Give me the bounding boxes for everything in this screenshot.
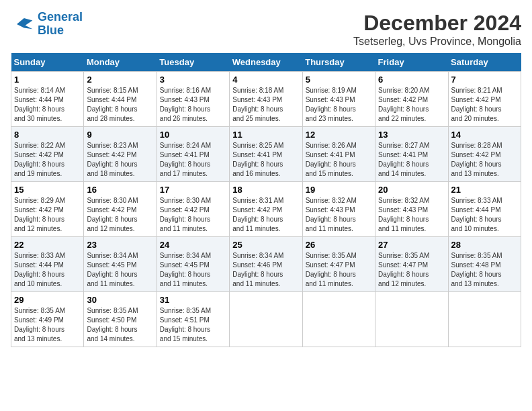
calendar-body: 1Sunrise: 8:14 AM Sunset: 4:44 PM Daylig… xyxy=(11,72,521,347)
calendar-cell: 22Sunrise: 8:33 AM Sunset: 4:44 PM Dayli… xyxy=(11,237,84,292)
day-info: Sunrise: 8:35 AM Sunset: 4:48 PM Dayligh… xyxy=(451,251,518,289)
logo: General Blue xyxy=(11,11,83,38)
calendar-cell: 9Sunrise: 8:23 AM Sunset: 4:42 PM Daylig… xyxy=(84,127,157,182)
day-info: Sunrise: 8:35 AM Sunset: 4:51 PM Dayligh… xyxy=(160,306,226,344)
day-number: 12 xyxy=(306,130,372,140)
day-number: 31 xyxy=(160,295,226,305)
day-info: Sunrise: 8:30 AM Sunset: 4:42 PM Dayligh… xyxy=(87,196,153,234)
day-number: 13 xyxy=(378,130,445,140)
week-row-2: 8Sunrise: 8:22 AM Sunset: 4:42 PM Daylig… xyxy=(11,127,521,182)
calendar-cell: 11Sunrise: 8:25 AM Sunset: 4:41 PM Dayli… xyxy=(230,127,302,182)
day-info: Sunrise: 8:35 AM Sunset: 4:50 PM Dayligh… xyxy=(87,306,153,344)
day-number: 5 xyxy=(306,75,372,85)
day-info: Sunrise: 8:32 AM Sunset: 4:43 PM Dayligh… xyxy=(378,196,445,234)
day-info: Sunrise: 8:18 AM Sunset: 4:43 PM Dayligh… xyxy=(232,86,299,124)
day-number: 28 xyxy=(451,240,518,250)
header-row: SundayMondayTuesdayWednesdayThursdayFrid… xyxy=(11,53,521,72)
day-number: 23 xyxy=(87,240,153,250)
calendar-cell: 8Sunrise: 8:22 AM Sunset: 4:42 PM Daylig… xyxy=(11,127,84,182)
week-row-3: 15Sunrise: 8:29 AM Sunset: 4:42 PM Dayli… xyxy=(11,182,521,237)
day-number: 25 xyxy=(232,240,299,250)
page-title: December 2024 xyxy=(353,11,521,36)
header-wednesday: Wednesday xyxy=(230,53,302,72)
day-number: 1 xyxy=(14,75,81,85)
day-info: Sunrise: 8:34 AM Sunset: 4:45 PM Dayligh… xyxy=(87,251,153,289)
day-number: 30 xyxy=(87,295,153,305)
day-number: 20 xyxy=(378,185,445,195)
header-monday: Monday xyxy=(84,53,157,72)
week-row-1: 1Sunrise: 8:14 AM Sunset: 4:44 PM Daylig… xyxy=(11,72,521,127)
calendar-cell: 6Sunrise: 8:20 AM Sunset: 4:42 PM Daylig… xyxy=(375,72,448,127)
calendar-cell: 15Sunrise: 8:29 AM Sunset: 4:42 PM Dayli… xyxy=(11,182,84,237)
calendar-cell: 5Sunrise: 8:19 AM Sunset: 4:43 PM Daylig… xyxy=(302,72,375,127)
day-number: 10 xyxy=(160,130,226,140)
day-info: Sunrise: 8:22 AM Sunset: 4:42 PM Dayligh… xyxy=(14,141,81,179)
day-number: 6 xyxy=(378,75,445,85)
page-subtitle: Tsetserleg, Uvs Province, Mongolia xyxy=(353,36,521,48)
header-tuesday: Tuesday xyxy=(157,53,229,72)
week-row-4: 22Sunrise: 8:33 AM Sunset: 4:44 PM Dayli… xyxy=(11,237,521,292)
day-info: Sunrise: 8:31 AM Sunset: 4:42 PM Dayligh… xyxy=(232,196,299,234)
header-friday: Friday xyxy=(375,53,448,72)
day-number: 19 xyxy=(306,185,372,195)
day-info: Sunrise: 8:14 AM Sunset: 4:44 PM Dayligh… xyxy=(14,86,81,124)
day-number: 16 xyxy=(87,185,153,195)
day-number: 8 xyxy=(14,130,81,140)
calendar-cell: 18Sunrise: 8:31 AM Sunset: 4:42 PM Dayli… xyxy=(230,182,302,237)
logo-line1: General xyxy=(38,10,83,24)
day-info: Sunrise: 8:23 AM Sunset: 4:42 PM Dayligh… xyxy=(87,141,153,179)
day-info: Sunrise: 8:35 AM Sunset: 4:47 PM Dayligh… xyxy=(306,251,372,289)
day-number: 29 xyxy=(14,295,81,305)
calendar-cell: 3Sunrise: 8:16 AM Sunset: 4:43 PM Daylig… xyxy=(157,72,229,127)
calendar-table: SundayMondayTuesdayWednesdayThursdayFrid… xyxy=(11,53,521,347)
calendar-cell: 31Sunrise: 8:35 AM Sunset: 4:51 PM Dayli… xyxy=(157,292,229,347)
calendar-cell: 27Sunrise: 8:35 AM Sunset: 4:47 PM Dayli… xyxy=(375,237,448,292)
day-info: Sunrise: 8:35 AM Sunset: 4:49 PM Dayligh… xyxy=(14,306,81,344)
day-info: Sunrise: 8:33 AM Sunset: 4:44 PM Dayligh… xyxy=(14,251,81,289)
calendar-cell: 4Sunrise: 8:18 AM Sunset: 4:43 PM Daylig… xyxy=(230,72,302,127)
calendar-header: SundayMondayTuesdayWednesdayThursdayFrid… xyxy=(11,53,521,72)
calendar-cell: 24Sunrise: 8:34 AM Sunset: 4:45 PM Dayli… xyxy=(157,237,229,292)
day-info: Sunrise: 8:34 AM Sunset: 4:45 PM Dayligh… xyxy=(160,251,226,289)
logo-line2: Blue xyxy=(38,24,64,37)
header: General Blue December 2024 Tsetserleg, U… xyxy=(11,11,521,48)
day-info: Sunrise: 8:32 AM Sunset: 4:43 PM Dayligh… xyxy=(306,196,372,234)
calendar-cell: 29Sunrise: 8:35 AM Sunset: 4:49 PM Dayli… xyxy=(11,292,84,347)
svg-marker-0 xyxy=(17,18,32,29)
calendar-cell: 25Sunrise: 8:34 AM Sunset: 4:46 PM Dayli… xyxy=(230,237,302,292)
logo-icon xyxy=(11,12,35,36)
calendar-cell: 17Sunrise: 8:30 AM Sunset: 4:42 PM Dayli… xyxy=(157,182,229,237)
day-number: 26 xyxy=(306,240,372,250)
day-info: Sunrise: 8:29 AM Sunset: 4:42 PM Dayligh… xyxy=(14,196,81,234)
calendar-cell: 21Sunrise: 8:33 AM Sunset: 4:44 PM Dayli… xyxy=(448,182,521,237)
calendar-cell xyxy=(448,292,521,347)
day-number: 7 xyxy=(451,75,518,85)
day-number: 2 xyxy=(87,75,153,85)
day-info: Sunrise: 8:26 AM Sunset: 4:41 PM Dayligh… xyxy=(306,141,372,179)
calendar-cell: 23Sunrise: 8:34 AM Sunset: 4:45 PM Dayli… xyxy=(84,237,157,292)
calendar-cell xyxy=(375,292,448,347)
day-info: Sunrise: 8:35 AM Sunset: 4:47 PM Dayligh… xyxy=(378,251,445,289)
calendar-cell: 13Sunrise: 8:27 AM Sunset: 4:41 PM Dayli… xyxy=(375,127,448,182)
calendar-cell: 2Sunrise: 8:15 AM Sunset: 4:44 PM Daylig… xyxy=(84,72,157,127)
day-info: Sunrise: 8:15 AM Sunset: 4:44 PM Dayligh… xyxy=(87,86,153,124)
calendar-cell: 14Sunrise: 8:28 AM Sunset: 4:42 PM Dayli… xyxy=(448,127,521,182)
calendar-cell: 30Sunrise: 8:35 AM Sunset: 4:50 PM Dayli… xyxy=(84,292,157,347)
day-number: 22 xyxy=(14,240,81,250)
week-row-5: 29Sunrise: 8:35 AM Sunset: 4:49 PM Dayli… xyxy=(11,292,521,347)
calendar-cell xyxy=(302,292,375,347)
calendar-cell: 28Sunrise: 8:35 AM Sunset: 4:48 PM Dayli… xyxy=(448,237,521,292)
calendar-cell: 12Sunrise: 8:26 AM Sunset: 4:41 PM Dayli… xyxy=(302,127,375,182)
day-number: 3 xyxy=(160,75,226,85)
day-info: Sunrise: 8:25 AM Sunset: 4:41 PM Dayligh… xyxy=(232,141,299,179)
day-info: Sunrise: 8:19 AM Sunset: 4:43 PM Dayligh… xyxy=(306,86,372,124)
day-info: Sunrise: 8:21 AM Sunset: 4:42 PM Dayligh… xyxy=(451,86,518,124)
day-info: Sunrise: 8:30 AM Sunset: 4:42 PM Dayligh… xyxy=(160,196,226,234)
header-thursday: Thursday xyxy=(302,53,375,72)
logo-text: General Blue xyxy=(38,11,83,38)
day-number: 4 xyxy=(232,75,299,85)
calendar-cell: 19Sunrise: 8:32 AM Sunset: 4:43 PM Dayli… xyxy=(302,182,375,237)
header-saturday: Saturday xyxy=(448,53,521,72)
day-number: 14 xyxy=(451,130,518,140)
day-info: Sunrise: 8:33 AM Sunset: 4:44 PM Dayligh… xyxy=(451,196,518,234)
